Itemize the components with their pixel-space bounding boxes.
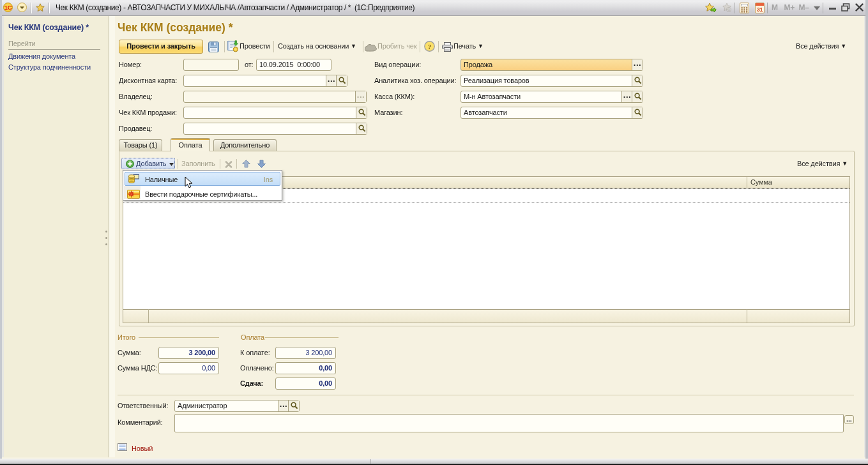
svg-text:1C: 1C bbox=[4, 4, 12, 11]
svg-text:?: ? bbox=[428, 43, 431, 50]
svg-text:31: 31 bbox=[757, 6, 763, 13]
